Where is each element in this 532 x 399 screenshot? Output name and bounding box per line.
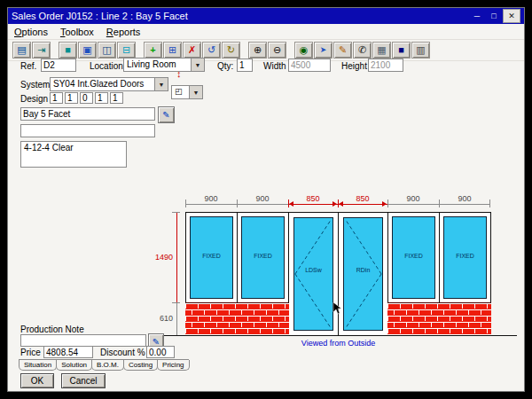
redo-icon: ↻	[227, 45, 235, 55]
ref-input[interactable]	[41, 59, 76, 72]
bay-panel-fixed-1[interactable]: FIXED	[185, 212, 238, 303]
bottom-tabs: Situation Solution B.O.M. Costing Pricin…	[19, 359, 189, 371]
minimize-button[interactable]: ─	[469, 10, 485, 22]
mullion-icon: ⊟	[122, 45, 130, 55]
mullion-button[interactable]: ⊟	[117, 42, 136, 59]
glass-pane: FIXED	[392, 216, 435, 299]
style-name2-input[interactable]	[20, 124, 155, 137]
bay-panel-door-right[interactable]: RDin	[338, 212, 388, 336]
bay-panel-fixed-4[interactable]: FIXED	[439, 212, 491, 303]
panel-label: FIXED	[393, 253, 434, 259]
zoom-out-button[interactable]: ⊖	[268, 42, 286, 59]
redo-button[interactable]: ↻	[222, 42, 240, 59]
glass-spec-value: 4-12-4 Clear	[24, 143, 74, 153]
calculator-button[interactable]: ▦	[372, 42, 391, 59]
design-box-1[interactable]	[50, 92, 63, 104]
height-input	[368, 59, 403, 72]
qty-input[interactable]	[237, 59, 253, 72]
price-input[interactable]	[43, 346, 93, 358]
save-button[interactable]: ■	[392, 42, 411, 59]
width-label: Width	[263, 61, 286, 71]
chevron-down-icon: ▼	[195, 62, 201, 68]
menu-toolbox[interactable]: Toolbox	[54, 26, 100, 38]
close-button[interactable]: ✕	[503, 9, 520, 23]
location-dropdown-button[interactable]: ▼	[191, 59, 204, 71]
go-button[interactable]: ➤	[314, 42, 332, 59]
tab-situation[interactable]: Situation	[19, 360, 57, 371]
bay-panel-fixed-2[interactable]: FIXED	[237, 212, 289, 303]
glass-pane: FIXED	[190, 216, 233, 299]
exit-icon: ⇥	[37, 45, 45, 55]
brick-wall-left	[185, 302, 289, 336]
bay-panel-door-left[interactable]: LDSw	[288, 212, 339, 336]
edit-pencil-icon: ✎	[162, 110, 169, 120]
dim-tick	[172, 212, 180, 213]
panel-label: FIXED	[191, 253, 232, 259]
design-box-5[interactable]	[110, 92, 123, 104]
save-icon: ■	[398, 45, 404, 55]
menu-options[interactable]: Options	[8, 26, 54, 38]
grid-button[interactable]: ⊞	[163, 42, 182, 59]
ref-label: Ref.	[20, 61, 36, 71]
menubar: Options Toolbox Reports	[8, 24, 524, 40]
measure-tool-icon[interactable]: ↕	[176, 68, 182, 79]
zoom-in-button[interactable]: ⊕	[248, 42, 267, 59]
toolbar-group-design: ■ ▣ ◫ ⊟	[59, 42, 136, 59]
location-select[interactable]: Living Room ▼	[123, 58, 205, 72]
top-dimension-line	[185, 200, 490, 205]
tab-bom[interactable]: B.O.M.	[91, 360, 124, 371]
production-note-label: Production Note	[20, 325, 84, 334]
titlebar[interactable]: Sales Order J0152 : Line 2 : Bay 5 Facet…	[8, 8, 524, 24]
toolbar-group-file: ▤ ⇥	[12, 42, 51, 59]
notes-button[interactable]: ▤	[12, 42, 31, 59]
cancel-button[interactable]: Cancel	[61, 373, 106, 388]
system-value: SY04 Int.Glazed Doors	[51, 78, 154, 90]
undo-button[interactable]: ↺	[202, 42, 221, 59]
phone-button[interactable]: ✆	[353, 42, 372, 59]
toolbar: ▤ ⇥ ■ ▣ ◫ ⊟ + ⊞ ✗ ↺ ↻ ⊕ ⊖ ◉ ➤ ✎ ✆ ▦ ■ ▥	[8, 40, 524, 61]
edit-button[interactable]: ✎	[333, 42, 352, 59]
design-box-3[interactable]	[80, 92, 93, 104]
production-note-input[interactable]	[20, 334, 146, 347]
design-box-2[interactable]	[65, 92, 78, 104]
edit-style-button[interactable]: ✎	[158, 106, 175, 123]
discount-input[interactable]	[146, 346, 175, 358]
shape-tool-icon: ◰	[172, 86, 189, 98]
insert-line-button[interactable]: +	[144, 42, 162, 59]
delete-line-button[interactable]: ✗	[183, 42, 201, 59]
glass-pane: FIXED	[241, 216, 285, 299]
sash-button[interactable]: ▣	[78, 42, 97, 59]
maximize-button[interactable]: □	[486, 10, 502, 22]
shape-dropdown-button[interactable]: ▼	[189, 86, 202, 98]
maximize-icon: □	[491, 12, 496, 20]
ok-button[interactable]: OK	[20, 373, 54, 388]
frame-icon: ■	[65, 45, 71, 55]
menu-reports[interactable]: Reports	[100, 26, 147, 38]
system-select[interactable]: SY04 Int.Glazed Doors ▼	[50, 77, 168, 91]
window-title: Sales Order J0152 : Line 2 : Bay 5 Facet	[12, 11, 468, 21]
system-dropdown-button[interactable]: ▼	[154, 78, 168, 90]
dim-segment	[338, 200, 387, 205]
chevron-down-icon: ▼	[159, 82, 165, 88]
glass-pane: LDSw	[293, 217, 333, 331]
frame-button[interactable]: ■	[59, 42, 77, 59]
transom-button[interactable]: ◫	[98, 42, 116, 59]
grid-icon: ⊞	[168, 45, 176, 55]
design-box-4[interactable]	[95, 92, 108, 104]
glass-pane: RDin	[343, 217, 383, 331]
shape-selector[interactable]: ◰ ▼	[171, 85, 203, 99]
tab-costing[interactable]: Costing	[123, 360, 158, 371]
print-button[interactable]: ▥	[411, 42, 430, 59]
glass-spec-box[interactable]: 4-12-4 Clear	[20, 141, 127, 168]
sash-icon: ▣	[82, 45, 91, 55]
exit-button[interactable]: ⇥	[32, 42, 51, 59]
design-label: Design	[20, 94, 48, 104]
toolbar-group-tools: ◉ ➤ ✎ ✆ ▦ ■ ▥	[294, 42, 430, 59]
tab-pricing[interactable]: Pricing	[157, 360, 189, 371]
view-button[interactable]: ◉	[294, 42, 313, 59]
style-name-input[interactable]	[20, 107, 155, 121]
bay-panel-fixed-3[interactable]: FIXED	[387, 212, 440, 303]
tab-solution[interactable]: Solution	[56, 360, 92, 371]
panel-label: FIXED	[444, 253, 486, 259]
sales-order-window: Sales Order J0152 : Line 2 : Bay 5 Facet…	[7, 7, 525, 392]
